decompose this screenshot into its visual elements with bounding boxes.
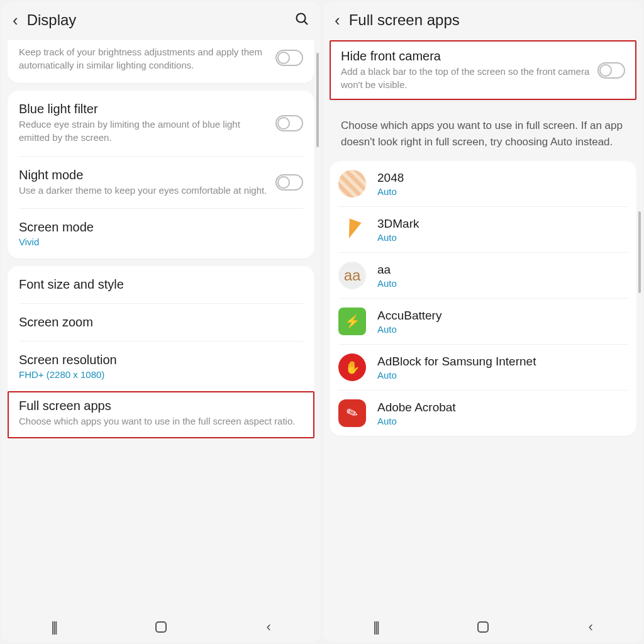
- row-blue-light[interactable]: Blue light filter Reduce eye strain by l…: [19, 91, 303, 156]
- row-desc: Use a darker theme to keep your eyes com…: [19, 184, 270, 197]
- app-mode: Auto: [377, 370, 536, 380]
- app-mode: Auto: [377, 232, 419, 243]
- search-icon[interactable]: [294, 11, 309, 29]
- header: ‹ Display: [1, 1, 321, 40]
- app-row[interactable]: 2048Auto: [338, 161, 628, 207]
- app-icon: [338, 308, 366, 335]
- app-name: 3DMark: [377, 217, 419, 231]
- app-name: AdBlock for Samsung Internet: [377, 355, 536, 369]
- app-row[interactable]: 3DMarkAuto: [338, 207, 628, 253]
- nav-home-icon[interactable]: [155, 621, 167, 633]
- row-desc: Choose which apps you want to use in the…: [19, 415, 303, 428]
- card-hide-camera: Hide front camera Add a black bar to the…: [330, 40, 636, 100]
- app-row[interactable]: AccuBatteryAuto: [338, 299, 628, 345]
- fullscreen-apps-screen: ‹ Full screen apps Hide front camera Add…: [323, 1, 643, 643]
- navbar: ||| ‹: [1, 611, 321, 643]
- toggle-night-mode[interactable]: [275, 174, 303, 191]
- row-screen-mode[interactable]: Screen mode Vivid: [19, 209, 303, 258]
- app-row[interactable]: AdBlock for Samsung InternetAuto: [338, 345, 628, 391]
- row-title: Screen mode: [19, 220, 303, 235]
- app-icon: [338, 353, 366, 381]
- app-icon: aa: [338, 262, 366, 289]
- row-full-screen-apps[interactable]: Full screen apps Choose which apps you w…: [8, 391, 314, 438]
- nav-home-icon[interactable]: [477, 621, 489, 633]
- row-screen-resolution[interactable]: Screen resolution FHD+ (2280 x 1080): [19, 341, 303, 391]
- app-icon: [338, 399, 366, 427]
- page-title: Full screen apps: [349, 11, 631, 29]
- svg-line-1: [304, 21, 308, 25]
- row-desc: Reduce eye strain by limiting the amount…: [19, 118, 270, 144]
- row-desc: Keep track of your brightness adjustment…: [19, 46, 270, 72]
- app-row[interactable]: Adobe AcrobatAuto: [338, 391, 628, 436]
- app-mode: Auto: [377, 186, 404, 197]
- toggle-hide-camera[interactable]: [597, 62, 625, 79]
- row-title: Full screen apps: [19, 399, 303, 413]
- nav-recents-icon[interactable]: |||: [373, 619, 378, 635]
- svg-point-0: [297, 14, 306, 23]
- nav-back-icon[interactable]: ‹: [267, 619, 271, 635]
- toggle-adaptive[interactable]: [275, 50, 303, 66]
- app-mode: Auto: [377, 416, 456, 426]
- nav-back-icon[interactable]: ‹: [589, 619, 593, 635]
- app-name: Adobe Acrobat: [377, 401, 456, 414]
- app-row[interactable]: aaaaAuto: [338, 253, 628, 299]
- back-icon[interactable]: ‹: [13, 12, 18, 28]
- scrollbar[interactable]: [638, 211, 641, 293]
- app-mode: Auto: [377, 278, 397, 289]
- card-display-options: Font size and style Screen zoom Screen r…: [8, 266, 314, 392]
- toggle-blue-light[interactable]: [275, 115, 303, 131]
- app-icon: [338, 170, 366, 197]
- row-font[interactable]: Font size and style: [19, 266, 303, 304]
- row-title: Night mode: [19, 168, 270, 182]
- app-icon: [338, 216, 366, 243]
- row-title: Screen zoom: [19, 315, 303, 330]
- row-screen-zoom[interactable]: Screen zoom: [19, 304, 303, 341]
- display-settings-screen: ‹ Display Keep track of your brightness …: [1, 1, 321, 643]
- row-desc: Add a black bar to the top of the screen…: [341, 65, 592, 91]
- row-title: Blue light filter: [19, 102, 270, 116]
- row-hide-camera[interactable]: Hide front camera Add a black bar to the…: [341, 49, 592, 91]
- app-name: 2048: [377, 171, 404, 185]
- row-value: Vivid: [19, 236, 303, 247]
- section-description: Choose which apps you want to use in ful…: [330, 108, 636, 161]
- page-title: Display: [27, 11, 294, 29]
- card-brightness: Keep track of your brightness adjustment…: [8, 40, 314, 83]
- nav-recents-icon[interactable]: |||: [51, 619, 56, 635]
- scrollbar[interactable]: [316, 53, 319, 147]
- row-title: Screen resolution: [19, 353, 303, 367]
- row-title: Font size and style: [19, 277, 303, 292]
- row-value: FHD+ (2280 x 1080): [19, 369, 303, 380]
- navbar: ||| ‹: [323, 611, 643, 643]
- app-name: AccuBattery: [377, 309, 441, 323]
- app-name: aa: [377, 263, 397, 277]
- row-adaptive-brightness[interactable]: Keep track of your brightness adjustment…: [19, 40, 303, 83]
- row-title: Hide front camera: [341, 49, 592, 64]
- card-filters: Blue light filter Reduce eye strain by l…: [8, 91, 314, 258]
- row-night-mode[interactable]: Night mode Use a darker theme to keep yo…: [19, 157, 303, 209]
- header: ‹ Full screen apps: [323, 1, 643, 40]
- apps-list: 2048Auto3DMarkAutoaaaaAutoAccuBatteryAut…: [330, 161, 636, 436]
- app-mode: Auto: [377, 324, 441, 335]
- content: Hide front camera Add a black bar to the…: [323, 40, 643, 611]
- back-icon[interactable]: ‹: [335, 12, 340, 28]
- content: Keep track of your brightness adjustment…: [1, 40, 321, 611]
